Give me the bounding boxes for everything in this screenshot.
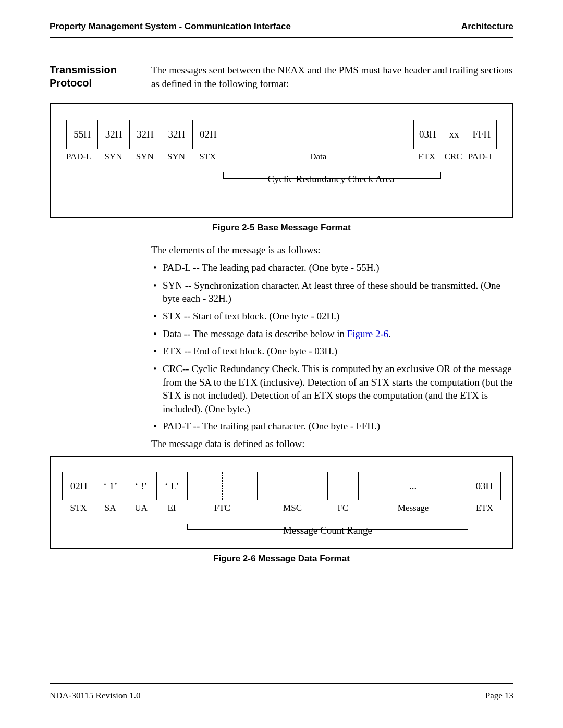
fig2-label: STX [62, 502, 95, 514]
fig2-label: ETX [468, 502, 501, 514]
footer-right: Page 13 [485, 690, 513, 702]
fig2-cell: 02H [63, 472, 95, 500]
figure-2-6-link[interactable]: Figure 2-6 [347, 328, 389, 339]
fig2-cell [292, 472, 327, 500]
fig2-label: MSC [258, 502, 328, 514]
fig1-label: STX [192, 151, 223, 163]
fig1-label: SYN [129, 151, 161, 163]
list-item: SYN -- Synchronization character. At lea… [151, 279, 513, 305]
list-item: ETX -- End of text block. (One byte - 03… [151, 344, 513, 358]
fig2-cell [187, 472, 222, 500]
fig2-label: UA [126, 502, 156, 514]
fig2-cell [258, 472, 292, 500]
section-body: The messages sent between the NEAX and t… [151, 64, 513, 565]
fig2-cell: ... [358, 472, 468, 500]
fig1-cell: 32H [129, 120, 161, 149]
fig1-cell: 32H [98, 120, 129, 149]
mcr-bracket [187, 524, 468, 530]
fig2-cell: ‘ L’ [156, 472, 187, 500]
fig1-label: SYN [97, 151, 129, 163]
fig1-cell: 32H [161, 120, 192, 149]
fig1-label: PAD-L [66, 151, 97, 163]
bullet-list: PAD-L -- The leading pad character. (One… [151, 261, 513, 433]
fig2-label: Message [358, 502, 468, 514]
fig2-labels: STX SA UA EI FTC MSC FC Message ETX [62, 502, 501, 514]
crc-bracket [223, 172, 440, 179]
mcr-bracket-wrap: Message Count Range [62, 524, 501, 537]
fig2-cell [327, 472, 358, 500]
fig1-label: ETX [413, 151, 441, 163]
page-header: Property Management System - Communicati… [50, 21, 513, 38]
list-item: PAD-T -- The trailing pad character. (On… [151, 419, 513, 433]
page-footer: NDA-30115 Revision 1.0 Page 13 [50, 683, 513, 702]
fig1-label: PAD-T [466, 151, 496, 163]
header-left: Property Management System - Communicati… [50, 21, 291, 33]
list-item: CRC-- Cyclic Redundancy Check. This is c… [151, 362, 513, 416]
outro-paragraph: The message data is defined as follow: [151, 437, 513, 451]
fig2-cell: ‘ 1’ [95, 472, 126, 500]
fig2-table: 02H ‘ 1’ ‘ !’ ‘ L’ ... 03H [62, 472, 501, 501]
fig2-label: EI [156, 502, 187, 514]
fig2-label: SA [95, 502, 126, 514]
list-item: PAD-L -- The leading pad character. (One… [151, 261, 513, 275]
crc-bracket-wrap: Cyclic Redundancy Check Area [66, 172, 497, 186]
fig1-cell: FFH [467, 120, 496, 149]
elements-intro: The elements of the message is as follow… [151, 243, 513, 257]
list-item-text: . [388, 328, 391, 339]
fig1-cell: 03H [414, 120, 442, 149]
fig2-label: FTC [187, 502, 258, 514]
fig1-labels: PAD-L SYN SYN SYN STX Data ETX CRC PAD-T [66, 151, 497, 163]
fig2-cell: ‘ !’ [126, 472, 156, 500]
footer-left: NDA-30115 Revision 1.0 [50, 690, 141, 702]
fig1-cell: 02H [192, 120, 224, 149]
fig2-label: FC [327, 502, 358, 514]
fig2-cell: 03H [468, 472, 500, 500]
list-item: STX -- Start of text block. (One byte - … [151, 310, 513, 323]
figure-2-6-caption: Figure 2-6 Message Data Format [50, 553, 513, 565]
figure-2-5-box: 55H 32H 32H 32H 02H 03H xx FFH PAD-L SYN… [50, 103, 513, 218]
header-right: Architecture [461, 21, 513, 33]
list-item: Data -- The message data is describe bel… [151, 327, 513, 341]
fig1-cell-data [224, 120, 413, 149]
fig1-cell: 55H [67, 120, 98, 149]
list-item-text: Data -- The message data is describe bel… [163, 328, 347, 339]
fig2-cell [222, 472, 257, 500]
fig1-label: Data [223, 151, 412, 163]
fig1-table: 55H 32H 32H 32H 02H 03H xx FFH [66, 120, 497, 149]
figure-2-6-box: 02H ‘ 1’ ‘ !’ ‘ L’ ... 03H STX SA UA EI [50, 456, 513, 549]
intro-paragraph: The messages sent between the NEAX and t… [151, 64, 513, 90]
fig1-label: CRC [441, 151, 466, 163]
fig1-label: SYN [161, 151, 192, 163]
section: Transmission Protocol The messages sent … [50, 64, 513, 565]
figure-2-5-caption: Figure 2-5 Base Message Format [50, 222, 513, 234]
fig1-cell: xx [442, 120, 467, 149]
